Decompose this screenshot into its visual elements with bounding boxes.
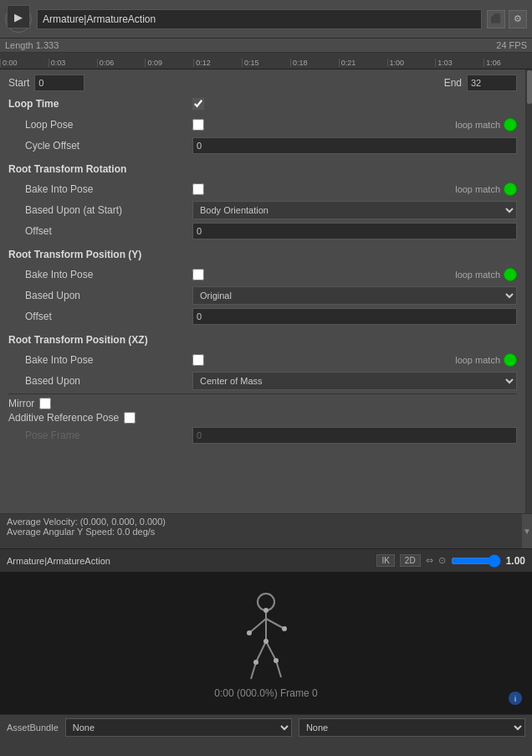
svg-point-8	[263, 608, 269, 613]
asset-bundle-select1[interactable]: None	[65, 718, 292, 737]
tick-4: 0:12	[193, 59, 242, 67]
viewer-header: ▶ Armature|ArmatureAction IK 2D ⇔ ⊙ 1.00	[0, 548, 532, 572]
tick-6: 0:18	[290, 59, 339, 67]
svg-point-9	[263, 639, 269, 644]
rotation-loop-match-dot	[504, 183, 517, 196]
pos-xz-bake-row: Bake Into Pose loop match	[8, 351, 517, 369]
pos-y-bake-label: Bake Into Pose	[8, 269, 192, 280]
header-icons: ⬛ ⚙	[487, 10, 527, 28]
pose-frame-input[interactable]	[192, 427, 517, 444]
loop-pose-match-label: loop match	[455, 120, 500, 130]
pos-xz-bake-checkbox[interactable]	[192, 354, 204, 366]
root-pos-y-label: Root Transform Position (Y)	[8, 249, 192, 260]
pos-y-based-upon-select[interactable]: Original Center of Mass Root Body Bone	[192, 286, 517, 305]
save-button[interactable]: ⬛	[487, 10, 505, 28]
scroll-indicator[interactable]: ▼	[522, 514, 532, 548]
rotation-bake-row: Bake Into Pose loop match	[8, 180, 517, 198]
cycle-offset-row: Cycle Offset	[8, 136, 517, 155]
start-input[interactable]	[34, 75, 84, 91]
rotation-based-upon-label: Based Upon (at Start)	[8, 204, 192, 216]
scrollbar[interactable]	[525, 69, 532, 513]
pos-xz-loop-match-label: loop match	[455, 355, 500, 365]
rotation-offset-value	[192, 223, 517, 239]
fps-display: 24 FPS	[496, 40, 527, 50]
pos-xz-based-upon-select[interactable]: Center of Mass Original Root Body Bone	[192, 372, 517, 390]
ruler-ticks: 0:00 0:03 0:06 0:09 0:12 0:15 0:18 0:21 …	[0, 53, 532, 69]
svg-point-10	[247, 630, 252, 635]
figure-svg	[233, 587, 299, 687]
gear-icon: ⚙	[514, 13, 522, 24]
rotation-bake-checkbox[interactable]	[192, 183, 204, 195]
root-pos-xz-label: Root Transform Position (XZ)	[8, 334, 192, 346]
ik-button[interactable]: IK	[376, 554, 394, 567]
additive-label: Additive Reference Pose	[8, 412, 119, 424]
rotation-loop-match-label: loop match	[455, 184, 500, 194]
scroll-thumb-handle	[527, 70, 532, 104]
svg-line-2	[249, 619, 266, 633]
velocity-line1: Average Velocity: (0.000, 0.000, 0.000)	[7, 517, 525, 527]
velocity-line2: Average Angular Y Speed: 0.0 deg/s	[7, 527, 525, 537]
loop-time-checkbox[interactable]	[192, 98, 204, 110]
pose-frame-value	[192, 427, 517, 444]
pose-frame-label: Pose Frame	[8, 429, 192, 441]
svg-line-6	[266, 641, 276, 661]
start-group: Start	[8, 75, 84, 91]
2d-button[interactable]: 2D	[400, 554, 421, 567]
mirror-checkbox[interactable]	[39, 398, 51, 409]
start-end-row: Start End	[8, 75, 517, 91]
rotation-based-upon-select[interactable]: Body Orientation Original Root Body Bone	[192, 201, 517, 219]
viewer-controls: IK 2D ⇔ ⊙ 1.00	[376, 554, 525, 568]
rotation-bake-label: Bake Into Pose	[8, 183, 192, 195]
pos-y-bake-row: Bake Into Pose loop match	[8, 265, 517, 284]
asset-bar: AssetBundle None None	[0, 714, 532, 739]
tick-2: 0:06	[97, 59, 146, 67]
pos-y-bake-checkbox[interactable]	[192, 269, 204, 280]
svg-text:i: i	[514, 695, 516, 703]
loop-time-row: Loop Time	[8, 95, 517, 113]
top-header: ▶ Armature|ArmatureAction ⬛ ⚙	[0, 0, 532, 39]
loop-time-label: Loop Time	[8, 98, 192, 110]
viewer-play-button[interactable]: ▶	[7, 5, 30, 28]
svg-line-7	[276, 661, 281, 677]
root-pos-y-section: Root Transform Position (Y)	[8, 245, 517, 264]
end-input[interactable]	[467, 75, 517, 91]
settings-button[interactable]: ⚙	[509, 10, 527, 28]
tick-10: 1:06	[483, 59, 532, 67]
rotation-offset-input[interactable]	[192, 223, 517, 239]
rotation-bake-right: loop match	[192, 183, 517, 196]
svg-line-5	[251, 662, 256, 679]
additive-row: Additive Reference Pose	[8, 412, 517, 424]
additive-checkbox[interactable]	[124, 412, 136, 424]
viewer-play-icon: ▶	[14, 11, 23, 23]
pos-y-offset-input[interactable]	[192, 308, 517, 325]
loop-pose-label: Loop Pose	[8, 119, 192, 131]
animation-title: Armature|ArmatureAction	[43, 13, 156, 25]
start-label: Start	[8, 77, 29, 89]
mirror-row: Mirror	[8, 398, 517, 409]
cycle-offset-input[interactable]	[192, 137, 517, 154]
pose-frame-row: Pose Frame	[8, 426, 517, 445]
svg-point-13	[274, 658, 279, 663]
loop-pose-checkbox[interactable]	[192, 119, 204, 131]
pos-xz-based-upon-label: Based Upon	[8, 375, 192, 387]
pos-y-bake-right: loop match	[192, 268, 517, 281]
tick-1: 0:03	[49, 59, 97, 67]
loop-time-value	[192, 98, 517, 110]
pos-y-loop-match-label: loop match	[455, 270, 500, 280]
rotation-offset-label: Offset	[8, 225, 192, 237]
root-rotation-label: Root Transform Rotation	[8, 163, 192, 175]
viewer-slider[interactable]	[451, 554, 501, 568]
timeline-ruler[interactable]: 0:00 0:03 0:06 0:09 0:12 0:15 0:18 0:21 …	[0, 53, 532, 69]
asset-bundle-select2[interactable]: None	[299, 718, 525, 737]
tick-0: 0:00	[0, 59, 49, 67]
loop-pose-match-dot	[504, 118, 517, 131]
cycle-offset-label: Cycle Offset	[8, 140, 192, 152]
loop-pose-right: loop match	[192, 118, 517, 131]
velocity-bar: Average Velocity: (0.000, 0.000, 0.000) …	[0, 513, 532, 548]
divider-misc	[8, 393, 517, 394]
tick-7: 0:21	[339, 59, 387, 67]
viewer-bottom-icon: i	[507, 690, 524, 709]
rotation-based-upon-row: Based Upon (at Start) Body Orientation O…	[8, 201, 517, 219]
loop-pose-row: Loop Pose loop match	[8, 116, 517, 134]
pos-y-based-upon-row: Based Upon Original Center of Mass Root …	[8, 286, 517, 305]
